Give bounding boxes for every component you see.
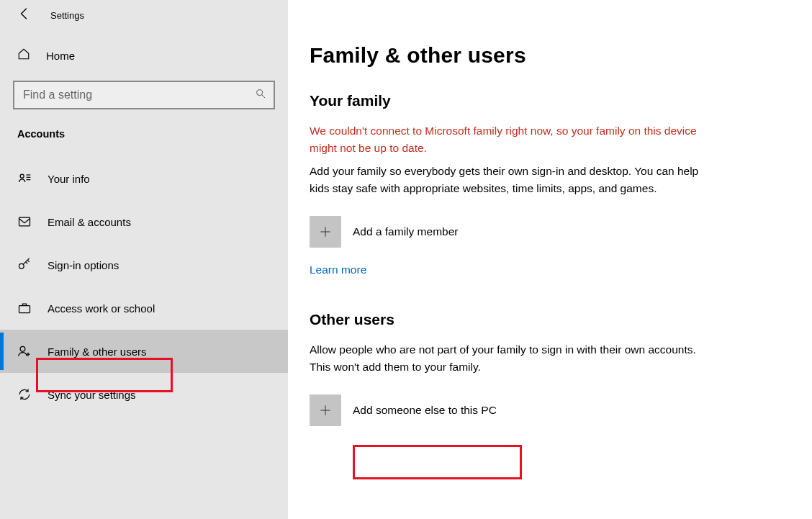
svg-point-0 xyxy=(257,90,263,96)
search-container xyxy=(13,81,275,109)
sidebar: Settings Home Accounts Your info Email & xyxy=(0,0,288,519)
add-other-user-button[interactable]: Add someone else to this PC xyxy=(310,394,497,426)
sidebar-item-label: Family & other users xyxy=(48,346,147,358)
category-label: Accounts xyxy=(0,109,288,147)
home-icon xyxy=(17,48,30,63)
learn-more-link[interactable]: Learn more xyxy=(310,263,366,276)
svg-rect-8 xyxy=(19,306,30,313)
family-description: Add your family so everybody gets their … xyxy=(310,163,713,197)
sidebar-item-label: Sign-in options xyxy=(48,259,119,271)
family-error-text: We couldn't connect to Microsoft family … xyxy=(310,122,713,157)
mail-icon xyxy=(17,215,32,229)
section-heading-other: Other users xyxy=(310,311,783,328)
main-content: Family & other users Your family We coul… xyxy=(288,0,812,519)
svg-point-9 xyxy=(20,346,25,351)
plus-icon xyxy=(310,394,341,426)
sidebar-item-label: Your info xyxy=(48,173,90,185)
add-other-user-label: Add someone else to this PC xyxy=(353,404,497,417)
svg-rect-6 xyxy=(19,217,30,226)
sync-icon xyxy=(17,387,32,402)
search-icon xyxy=(255,88,266,102)
page-heading: Family & other users xyxy=(310,43,783,68)
add-family-member-button[interactable]: Add a family member xyxy=(310,216,458,248)
sidebar-header: Settings xyxy=(0,0,288,39)
sidebar-item-email-accounts[interactable]: Email & accounts xyxy=(0,200,288,243)
sidebar-item-sign-in-options[interactable]: Sign-in options xyxy=(0,243,288,286)
search-input[interactable] xyxy=(22,88,255,102)
sidebar-item-label: Sync your settings xyxy=(48,389,136,401)
person-add-icon xyxy=(17,344,32,358)
sidebar-item-sync-settings[interactable]: Sync your settings xyxy=(0,373,288,416)
window-title: Settings xyxy=(50,10,84,21)
section-heading-family: Your family xyxy=(310,92,783,109)
svg-point-7 xyxy=(19,263,24,268)
add-family-label: Add a family member xyxy=(353,225,458,238)
home-label: Home xyxy=(46,50,75,62)
sidebar-item-access-work-school[interactable]: Access work or school xyxy=(0,286,288,330)
sidebar-item-your-info[interactable]: Your info xyxy=(0,157,288,200)
svg-line-1 xyxy=(262,95,265,98)
other-users-description: Allow people who are not part of your fa… xyxy=(310,341,713,376)
home-nav[interactable]: Home xyxy=(0,39,288,72)
search-box[interactable] xyxy=(13,81,275,109)
person-card-icon xyxy=(17,171,32,186)
sidebar-item-label: Email & accounts xyxy=(48,216,131,228)
plus-icon xyxy=(310,216,341,248)
sidebar-item-family-other-users[interactable]: Family & other users xyxy=(0,330,288,373)
briefcase-icon xyxy=(17,301,32,315)
back-icon[interactable] xyxy=(17,6,33,24)
svg-point-2 xyxy=(20,174,24,178)
key-icon xyxy=(17,258,32,272)
nav-list: Your info Email & accounts Sign-in optio… xyxy=(0,157,288,416)
sidebar-item-label: Access work or school xyxy=(48,302,155,315)
